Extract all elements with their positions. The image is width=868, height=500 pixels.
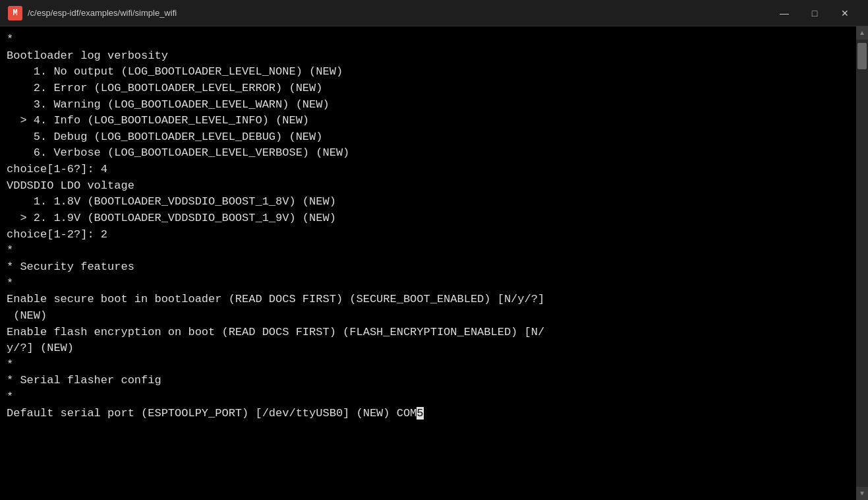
scrollbar[interactable]: ▲ ▼ [856, 26, 868, 500]
minimize-button[interactable]: — [769, 3, 799, 24]
terminal-line: Enable flash encryption on boot (READ DO… [7, 325, 850, 341]
terminal-line: * Security features [7, 259, 850, 276]
terminal-line: Default serial port (ESPTOOLPY_PORT) [/d… [7, 406, 850, 422]
close-button[interactable]: ✕ [830, 3, 860, 24]
window-controls: — □ ✕ [769, 3, 860, 24]
terminal-line: 1. No output (LOG_BOOTLOADER_LEVEL_NONE)… [7, 64, 850, 80]
terminal-line: * Serial flasher config [7, 373, 850, 389]
main-window: M /c/esp/esp-idf/examples/wifi/simple_wi… [0, 0, 868, 500]
terminal-area: *Bootloader log verbosity 1. No output (… [0, 26, 868, 500]
terminal-line: 5. Debug (LOG_BOOTLOADER_LEVEL_DEBUG) (N… [7, 129, 850, 146]
terminal-line: Enable secure boot in bootloader (READ D… [7, 292, 850, 308]
terminal-line: VDDSDIO LDO voltage [7, 178, 850, 195]
scroll-track[interactable] [856, 40, 868, 487]
terminal-line: 1. 1.8V (BOOTLOADER_VDDSDIO_BOOST_1_8V) … [7, 194, 850, 210]
terminal-line: * [7, 357, 850, 373]
scroll-up-arrow[interactable]: ▲ [856, 26, 868, 40]
terminal-line: 3. Warning (LOG_BOOTLOADER_LEVEL_WARN) (… [7, 97, 850, 113]
terminal-line: * [7, 32, 850, 48]
terminal-line: 2. Error (LOG_BOOTLOADER_LEVEL_ERROR) (N… [7, 80, 850, 97]
terminal-line: * [7, 389, 850, 406]
terminal-line: * [7, 276, 850, 292]
title-bar: M /c/esp/esp-idf/examples/wifi/simple_wi… [0, 0, 868, 26]
maximize-button[interactable]: □ [799, 3, 830, 24]
scroll-down-arrow[interactable]: ▼ [856, 487, 868, 500]
terminal-line: choice[1-2?]: 2 [7, 227, 850, 243]
terminal-line: y/?] (NEW) [7, 340, 850, 357]
terminal-line: Bootloader log verbosity [7, 48, 850, 65]
terminal-line: 6. Verbose (LOG_BOOTLOADER_LEVEL_VERBOSE… [7, 145, 850, 162]
terminal-output[interactable]: *Bootloader log verbosity 1. No output (… [0, 26, 856, 500]
terminal-line: > 4. Info (LOG_BOOTLOADER_LEVEL_INFO) (N… [7, 113, 850, 129]
window-title: /c/esp/esp-idf/examples/wifi/simple_wifi [28, 8, 769, 18]
terminal-line: (NEW) [7, 308, 850, 325]
terminal-line: * [7, 243, 850, 259]
scroll-thumb[interactable] [857, 43, 867, 69]
terminal-line: choice[1-6?]: 4 [7, 162, 850, 178]
terminal-line: > 2. 1.9V (BOOTLOADER_VDDSDIO_BOOST_1_9V… [7, 210, 850, 227]
app-icon: M [8, 6, 22, 20]
